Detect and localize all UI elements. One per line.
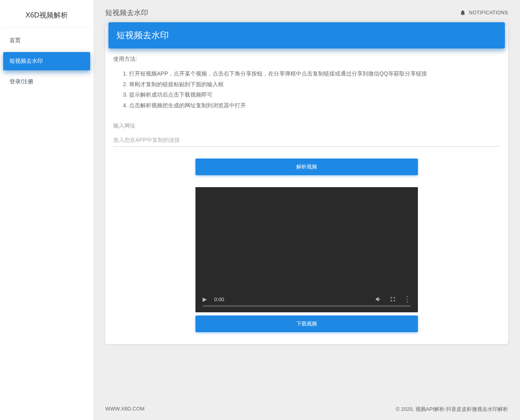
bell-icon	[460, 10, 466, 16]
footer: WWW.X6D.COM © 2020, 视频API解析-抖音皮皮虾微视去水印解析	[93, 399, 520, 420]
list-item: 点击解析视频把生成的网址复制到浏览器中打开	[129, 100, 500, 111]
sidebar-item-watermark[interactable]: 短视频去水印	[3, 52, 90, 70]
video-controls: ▶ 0:00 ⋮	[195, 292, 418, 305]
card-body: 使用方法: 打开短视频APP，点开某个视频，点击右下角分享按钮，在分享弹框中点击…	[105, 52, 508, 344]
video-progress[interactable]	[203, 305, 411, 307]
usage-steps: 打开短视频APP，点开某个视频，点击右下角分享按钮，在分享弹框中点击复制链接或通…	[113, 68, 500, 110]
play-icon[interactable]: ▶	[203, 296, 207, 302]
card: 短视频去水印 使用方法: 打开短视频APP，点开某个视频，点击右下角分享按钮，在…	[105, 25, 508, 344]
footer-link[interactable]: WWW.X6D.COM	[105, 406, 145, 413]
page-title: 短视频去水印	[105, 8, 148, 17]
list-item: 打开短视频APP，点开某个视频，点击右下角分享按钮，在分享弹框中点击复制链接或通…	[129, 68, 500, 79]
more-icon[interactable]: ⋮	[404, 296, 411, 303]
list-item: 将刚才复制的链接粘贴到下面的输入框	[129, 79, 500, 90]
video-player[interactable]: ▶ 0:00 ⋮	[195, 187, 418, 312]
main-area: 短视频去水印 NOTIFICATIONS 短视频去水印 使用方法: 打开短视频A…	[93, 0, 520, 420]
download-button[interactable]: 下载视频	[195, 315, 418, 332]
url-input[interactable]	[113, 134, 500, 147]
card-header: 短视频去水印	[108, 22, 505, 48]
sidebar: X6D视频解析 首页 短视频去水印 登录/注册	[0, 0, 93, 420]
topbar: 短视频去水印 NOTIFICATIONS	[93, 0, 520, 25]
footer-copyright: © 2020, 视频API解析-抖音皮皮虾微视去水印解析	[396, 406, 508, 413]
input-label: 输入网址	[113, 122, 500, 130]
volume-icon[interactable]	[375, 296, 382, 303]
notifications-button[interactable]: NOTIFICATIONS	[460, 10, 508, 16]
parse-button[interactable]: 解析视频	[195, 159, 418, 175]
fullscreen-icon[interactable]	[389, 296, 396, 303]
video-time: 0:00	[214, 296, 224, 302]
notifications-label: NOTIFICATIONS	[469, 10, 508, 15]
content: 短视频去水印 使用方法: 打开短视频APP，点开某个视频，点击右下角分享按钮，在…	[93, 25, 520, 399]
list-item: 提示解析成功后点击下载视频即可	[129, 89, 500, 100]
sidebar-item-home[interactable]: 首页	[3, 31, 90, 50]
sidebar-item-login[interactable]: 登录/注册	[3, 73, 90, 91]
brand-title: X6D视频解析	[3, 3, 90, 27]
usage-label: 使用方法:	[113, 56, 500, 63]
